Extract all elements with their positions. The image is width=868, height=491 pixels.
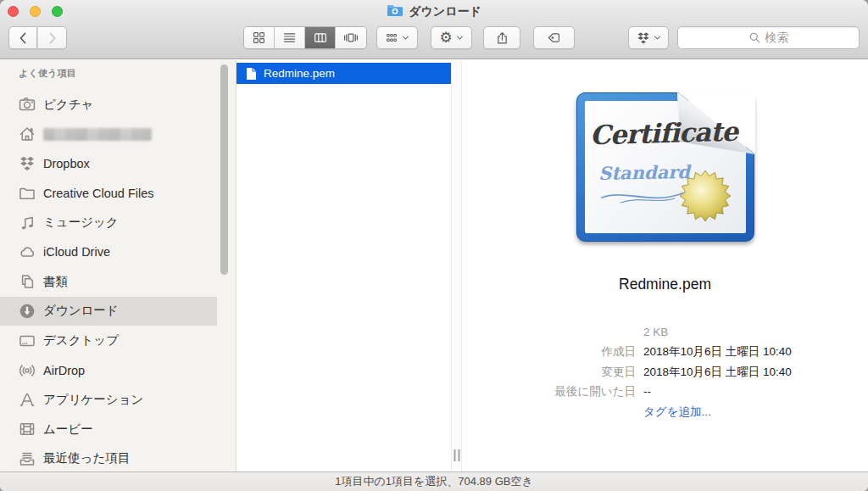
search-icon [748, 31, 761, 44]
gear-icon: ⚙ [439, 31, 452, 45]
document-icon [246, 67, 257, 81]
info-value: -- [643, 382, 868, 401]
sidebar-item-label: Dropbox [43, 157, 90, 170]
dropbox-icon [637, 31, 650, 45]
finder-window: ダウンロード [0, 0, 868, 491]
titlebar: ダウンロード [0, 0, 868, 24]
sidebar-item-icloud-drive[interactable]: iCloud Drive [0, 237, 217, 267]
camera-icon [19, 96, 36, 113]
sidebar-scrollbar[interactable] [220, 64, 228, 275]
chevron-down-icon [402, 35, 409, 41]
sidebar-item-documents[interactable]: 書類 [0, 267, 217, 297]
icon-view-icon [252, 31, 266, 45]
info-value: 2018年10月6日 土曜日 10:40 [643, 342, 868, 361]
info-label [462, 322, 636, 342]
sidebar-item-label: AirDrop [43, 364, 85, 377]
sidebar-item-downloads[interactable]: ダウンロード [0, 297, 217, 326]
sidebar-item-label: iCloud Drive [43, 245, 110, 259]
share-icon [495, 31, 509, 46]
sidebar: よく使う項目 ピクチャDropboxCreative Cloud Filesミュ… [0, 60, 236, 471]
home-icon [19, 126, 36, 142]
sidebar-item-dropbox[interactable]: Dropbox [0, 149, 217, 179]
column-resize-handle[interactable] [453, 449, 459, 461]
window-chrome: ダウンロード [0, 0, 868, 59]
content-area: よく使う項目 ピクチャDropboxCreative Cloud Filesミュ… [0, 60, 868, 471]
sidebar-item-pictures[interactable]: ピクチャ [0, 90, 217, 120]
file-row[interactable]: Redmine.pem [236, 63, 451, 84]
share-button[interactable] [483, 26, 520, 49]
group-icon [385, 31, 398, 44]
search-placeholder: 検索 [765, 31, 789, 46]
nav-buttons [8, 26, 67, 49]
preview-filename: Redmine.pem [619, 276, 711, 293]
gold-seal-icon [678, 169, 732, 223]
list-view-icon [282, 31, 297, 45]
back-button[interactable] [8, 26, 37, 49]
sidebar-item-label: Creative Cloud Files [43, 187, 154, 200]
gallery-view-icon [343, 31, 359, 45]
sidebar-item-label: デスクトップ [43, 332, 119, 349]
chevron-down-icon [654, 35, 661, 41]
title-area: ダウンロード [0, 0, 868, 24]
downloads-folder-icon [387, 3, 403, 20]
download-icon [19, 303, 36, 320]
column-view-button[interactable] [305, 27, 336, 48]
status-text: 1項目中の1項目を選択、704.89 GB空き [335, 474, 533, 489]
toolbar: ⚙ 検索 [0, 24, 868, 59]
certificate-file-icon: Standard Certificate [576, 92, 754, 242]
sidebar-item-label: ピクチャ [43, 97, 93, 113]
sidebar-item-label: ダウンロード [43, 303, 119, 319]
airdrop-icon [19, 362, 36, 379]
sidebar-list: ピクチャDropboxCreative Cloud FilesミュージックiCl… [0, 90, 236, 473]
action-button[interactable]: ⚙ [431, 26, 472, 49]
sidebar-item-applications[interactable]: アプリケーション [0, 385, 217, 415]
sidebar-item-label: アプリケーション [43, 392, 143, 408]
dropbox-icon [19, 155, 36, 172]
sidebar-item-label: ムービー [43, 421, 93, 438]
info-label: 変更日 [462, 362, 636, 382]
info-label [462, 402, 636, 421]
desktop-icon [19, 332, 36, 349]
sidebar-item-desktop[interactable]: デスクトップ [0, 326, 217, 355]
file-name: Redmine.pem [264, 67, 335, 80]
info-label: 作成日 [462, 342, 636, 361]
file-info-table: 2 KB作成日2018年10月6日 土曜日 10:40変更日2018年10月6日… [462, 322, 868, 421]
dropbox-toolbar-button[interactable] [628, 26, 669, 49]
tag-button[interactable] [533, 26, 575, 49]
icon-view-button[interactable] [244, 27, 275, 48]
sidebar-item-music[interactable]: ミュージック [0, 208, 217, 237]
movies-icon [19, 421, 36, 438]
list-view-button[interactable] [275, 27, 305, 48]
preview-column: Standard Certificate [462, 60, 868, 471]
chevron-down-icon [456, 35, 464, 41]
sidebar-header: よく使う項目 [19, 67, 76, 80]
applications-icon [19, 391, 36, 408]
back-icon [18, 31, 28, 45]
forward-button[interactable] [38, 26, 67, 49]
recents-icon [19, 450, 36, 467]
add-tags-link[interactable]: タグを追加... [643, 402, 868, 421]
info-label: 最後に開いた日 [462, 382, 636, 401]
info-value: 2018年10月6日 土曜日 10:40 [643, 362, 868, 382]
certificate-title: Certificate [584, 116, 743, 151]
search-input[interactable]: 検索 [677, 26, 860, 49]
sidebar-item-home[interactable] [0, 120, 217, 149]
group-button[interactable] [376, 26, 418, 49]
tag-icon [546, 31, 562, 45]
redacted-username [43, 128, 152, 141]
file-list-column: Redmine.pem [236, 60, 451, 471]
status-bar: 1項目中の1項目を選択、704.89 GB空き [0, 471, 868, 491]
sidebar-item-creative-cloud-files[interactable]: Creative Cloud Files [0, 178, 217, 208]
documents-icon [19, 273, 36, 290]
gallery-view-button[interactable] [336, 27, 366, 48]
column-view-icon [313, 31, 328, 45]
view-switcher [243, 26, 367, 49]
sidebar-item-movies[interactable]: ムービー [0, 415, 217, 444]
folder-icon [19, 185, 36, 202]
info-value: 2 KB [643, 322, 868, 342]
sidebar-item-label: 最近使った項目 [43, 450, 130, 466]
forward-icon [47, 31, 58, 45]
window-title: ダウンロード [409, 4, 481, 20]
sidebar-item-airdrop[interactable]: AirDrop [0, 355, 217, 385]
sidebar-item-recents[interactable]: 最近使った項目 [0, 444, 217, 474]
